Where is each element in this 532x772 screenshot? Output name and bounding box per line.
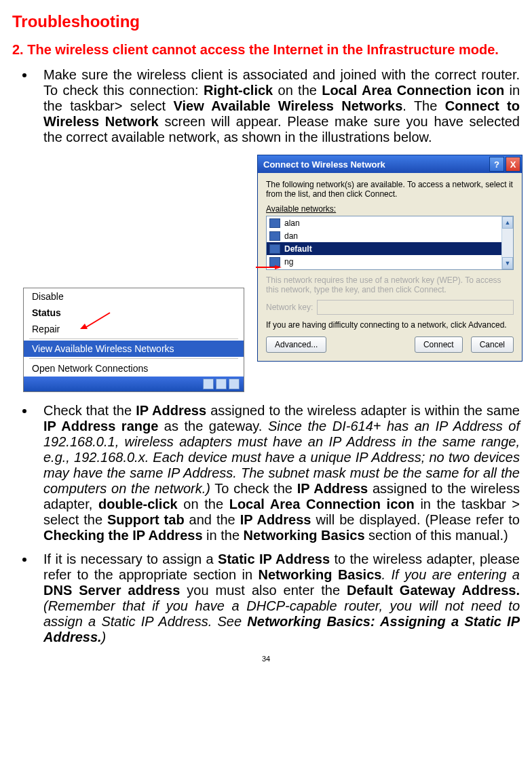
close-button[interactable]: X — [506, 157, 520, 172]
text: and the — [185, 512, 240, 527]
bold-text: Networking Basics — [259, 567, 382, 582]
section-heading: 2. The wireless client cannot access the… — [12, 42, 520, 58]
taskbar-context-menu: Disable Status Repair View Available Wir… — [23, 288, 244, 392]
text: assigned to the wireless adapter is with… — [206, 403, 520, 418]
menu-item-repair[interactable]: Repair — [24, 321, 244, 337]
bold-text: IP Address — [297, 481, 368, 496]
bullet-list: Make sure the wireless client is associa… — [12, 67, 520, 145]
tray-icon — [216, 379, 227, 389]
tray-icon — [203, 379, 214, 389]
menu-item-status[interactable]: Status — [24, 305, 244, 321]
bold-text: IP Address — [136, 403, 206, 418]
bold-text: Checking the IP Address — [43, 528, 203, 543]
network-icon — [269, 231, 280, 241]
network-key-input — [317, 300, 514, 315]
bold-text: Right-click — [204, 83, 273, 98]
network-icon — [269, 218, 280, 228]
taskbar-tray — [24, 377, 244, 391]
text: in the — [203, 528, 244, 543]
dialog-titlebar: Connect to Wireless Network ? X — [258, 155, 522, 173]
text: will be displayed. (Please refer to — [311, 512, 520, 527]
text: as the gateway. — [158, 419, 268, 433]
bullet-2: Check that the IP Address assigned to th… — [35, 403, 520, 543]
page-number: 34 — [12, 655, 520, 663]
bold-text: DNS Server address — [43, 583, 180, 598]
networks-listbox[interactable]: ▲ ▼ alan dan Default ng — [266, 216, 514, 270]
connect-wireless-dialog: Connect to Wireless Network ? X The foll… — [257, 155, 522, 362]
text: section of this manual.) — [365, 528, 508, 543]
text: you must also enter the — [180, 583, 347, 598]
bold-text: Networking Basics — [244, 528, 365, 543]
scroll-down-icon[interactable]: ▼ — [502, 257, 513, 269]
bold-text: double-click — [98, 497, 178, 512]
text: on the — [273, 83, 322, 98]
bold-text: Default Gateway Address. — [347, 583, 520, 598]
bold-text: Support tab — [107, 512, 185, 527]
menu-item-view-networks[interactable]: View Available Wireless Networks — [24, 341, 244, 357]
text: . The — [402, 98, 444, 113]
bold-text: IP Address range — [43, 419, 158, 433]
network-icon — [269, 244, 280, 254]
advanced-hint: If you are having difficulty connecting … — [266, 320, 514, 330]
page-title: Troubleshooting — [12, 12, 520, 31]
italic-text: . If you are entering a — [381, 567, 520, 582]
available-networks-label: Available networks: — [266, 204, 514, 214]
text: Check that the — [43, 403, 136, 418]
network-key-label: Network key: — [266, 303, 313, 312]
connect-button[interactable]: Connect — [415, 336, 463, 353]
tray-icon — [229, 379, 240, 389]
scroll-up-icon[interactable]: ▲ — [502, 216, 513, 229]
network-item-selected[interactable]: Default — [267, 242, 502, 255]
text: If it is necessary to assign a — [43, 552, 218, 566]
network-item[interactable]: alan — [267, 216, 502, 229]
bullet-1: Make sure the wireless client is associa… — [35, 67, 520, 145]
network-item[interactable]: ng — [267, 255, 502, 268]
menu-item-open-connections[interactable]: Open Network Connections — [24, 360, 244, 377]
dialog-title: Connect to Wireless Network — [263, 159, 385, 170]
menu-separator — [29, 339, 238, 339]
bold-text: IP Address — [240, 512, 311, 527]
network-name: Default — [284, 244, 312, 254]
menu-item-disable[interactable]: Disable — [24, 288, 244, 305]
network-icon — [269, 257, 280, 267]
bullet-3: If it is necessary to assign a Static IP… — [35, 552, 520, 645]
bold-text: Local Area Connection icon — [322, 83, 504, 98]
cancel-button[interactable]: Cancel — [471, 336, 514, 353]
bold-text: Local Area Connection icon — [229, 497, 415, 512]
scrollbar[interactable]: ▲ ▼ — [501, 216, 513, 269]
bold-text: View Available Wireless Networks — [173, 98, 402, 113]
text: on the — [178, 497, 229, 512]
text: To check the — [210, 481, 297, 496]
illustrations: Connect to Wireless Network ? X The foll… — [12, 155, 520, 400]
bold-text: Static IP Address — [218, 552, 330, 566]
network-name: alan — [284, 218, 300, 228]
network-name: ng — [284, 257, 293, 267]
network-name: dan — [284, 231, 298, 241]
italic-text: ) — [102, 630, 107, 644]
wep-note: This network requires the use of a netwo… — [266, 275, 514, 294]
help-button[interactable]: ? — [489, 157, 504, 172]
dialog-intro: The following network(s) are available. … — [266, 180, 514, 199]
menu-separator — [29, 358, 238, 359]
bullet-list: Check that the IP Address assigned to th… — [12, 403, 520, 645]
network-item[interactable]: dan — [267, 229, 502, 242]
advanced-button[interactable]: Advanced... — [266, 336, 326, 353]
